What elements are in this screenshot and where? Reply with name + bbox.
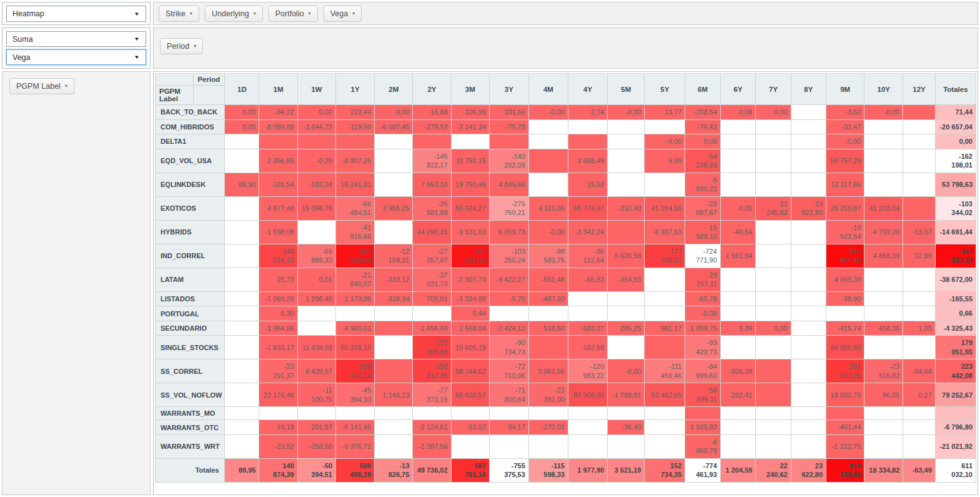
value-cell[interactable] <box>528 434 568 458</box>
value-cell[interactable] <box>645 336 685 359</box>
value-cell[interactable] <box>791 220 826 244</box>
value-cell[interactable] <box>791 306 826 321</box>
value-cell[interactable] <box>489 407 528 420</box>
value-cell[interactable]: -487,20 <box>528 291 568 306</box>
value-cell[interactable] <box>864 134 903 149</box>
value-cell[interactable]: -21 846,07 <box>335 268 374 291</box>
value-cell[interactable]: -0,08 <box>685 306 721 321</box>
value-cell[interactable]: 19,19 <box>259 420 297 435</box>
value-cell[interactable] <box>791 336 826 359</box>
filter-field-button-strike[interactable]: Strike▾ <box>159 6 199 22</box>
value-cell[interactable]: -1 833,17 <box>259 336 297 359</box>
totals-cell[interactable]: 22 240,62 <box>756 458 791 482</box>
totals-cell[interactable]: -115 598,33 <box>528 458 568 482</box>
value-cell[interactable] <box>791 173 826 196</box>
value-cell[interactable] <box>225 321 259 336</box>
value-cell[interactable] <box>791 105 826 120</box>
value-cell[interactable] <box>413 407 451 420</box>
row-total-cell[interactable]: -14 691,44 <box>935 220 976 244</box>
totals-cell[interactable]: 152 734,35 <box>645 458 685 482</box>
value-cell[interactable]: 420 907,46 <box>826 244 864 268</box>
value-cell[interactable]: -683,37 <box>568 321 607 336</box>
value-cell[interactable]: 58 744,62 <box>451 359 489 383</box>
value-cell[interactable]: -66 484,51 <box>335 196 374 220</box>
value-cell[interactable]: -724 771,90 <box>685 244 721 268</box>
value-cell[interactable] <box>568 134 607 149</box>
totals-cell[interactable]: 1 977,90 <box>568 458 607 482</box>
value-cell[interactable]: 58 899,11 <box>685 383 721 407</box>
value-cell[interactable]: 4 568,38 <box>826 268 864 291</box>
value-cell[interactable]: -23 391,00 <box>528 383 568 407</box>
value-cell[interactable] <box>375 420 413 435</box>
value-cell[interactable] <box>608 220 645 244</box>
totals-cell[interactable]: -774 461,93 <box>685 458 721 482</box>
value-cell[interactable] <box>756 383 791 407</box>
value-cell[interactable]: -4 759,20 <box>864 220 903 244</box>
value-cell[interactable] <box>864 119 903 134</box>
value-cell[interactable] <box>756 359 791 383</box>
totals-cell[interactable]: 818 159,66 <box>826 458 864 482</box>
row-total-cell[interactable]: 79 252,67 <box>935 383 976 407</box>
value-cell[interactable]: 44 290,31 <box>413 220 451 244</box>
value-cell[interactable] <box>645 119 685 134</box>
value-cell[interactable] <box>225 359 259 383</box>
value-cell[interactable]: -0,00 <box>864 105 903 120</box>
value-cell[interactable]: -8 907,25 <box>335 149 374 173</box>
value-cell[interactable] <box>720 336 756 359</box>
row-total-cell[interactable]: -21 021,92 <box>935 434 976 458</box>
value-cell[interactable] <box>756 306 791 321</box>
value-cell[interactable] <box>756 149 791 173</box>
value-cell[interactable]: 50 757,29 <box>826 149 864 173</box>
row-total-cell[interactable]: -103 344,02 <box>935 196 976 220</box>
value-cell[interactable]: 981,17 <box>645 321 685 336</box>
value-cell[interactable] <box>826 407 864 420</box>
value-cell[interactable] <box>645 173 685 196</box>
value-cell[interactable] <box>720 173 756 196</box>
value-cell[interactable]: -23 516,82 <box>864 359 903 383</box>
value-cell[interactable] <box>791 420 826 435</box>
row-total-cell[interactable]: -20 657,04 <box>935 119 976 134</box>
value-cell[interactable]: -8 089,88 <box>259 119 297 134</box>
value-cell[interactable] <box>903 134 935 149</box>
grand-total-cell[interactable]: 611 032,10 <box>935 458 976 482</box>
value-cell[interactable] <box>864 434 903 458</box>
value-cell[interactable] <box>528 306 568 321</box>
value-cell[interactable]: 152 817,45 <box>413 359 451 383</box>
value-cell[interactable] <box>297 134 335 149</box>
value-cell[interactable]: -34,22 <box>259 105 297 120</box>
value-cell[interactable]: 0,00 <box>720 196 756 220</box>
value-cell[interactable] <box>451 407 489 420</box>
value-cell[interactable]: 0,05 <box>225 119 259 134</box>
value-cell[interactable]: 3 955,25 <box>375 196 413 220</box>
value-cell[interactable]: 0,27 <box>903 383 935 407</box>
value-cell[interactable]: -354,93 <box>608 268 645 291</box>
value-cell[interactable]: 238 479,16 <box>335 359 374 383</box>
value-cell[interactable]: 5,39 <box>720 321 756 336</box>
totals-cell[interactable]: 3 521,19 <box>608 458 645 482</box>
value-cell[interactable]: 1 296,46 <box>297 291 335 306</box>
value-cell[interactable]: -3 342,24 <box>568 220 607 244</box>
value-cell[interactable] <box>791 244 826 268</box>
value-cell[interactable] <box>720 119 756 134</box>
value-cell[interactable] <box>791 134 826 149</box>
value-cell[interactable]: -1 598,08 <box>259 220 297 244</box>
value-cell[interactable]: -0,00 <box>645 134 685 149</box>
value-cell[interactable]: -64,64 <box>903 359 935 383</box>
value-cell[interactable]: 15,63 <box>568 173 607 196</box>
value-cell[interactable]: 5 626,58 <box>608 244 645 268</box>
row-total-cell[interactable]: -165,55 <box>935 291 976 306</box>
measure-select[interactable]: Vega ▼ <box>6 49 146 65</box>
value-cell[interactable] <box>413 134 451 149</box>
value-cell[interactable]: -65,78 <box>685 291 721 306</box>
value-cell[interactable] <box>903 336 935 359</box>
value-cell[interactable] <box>375 220 413 244</box>
value-cell[interactable]: 12,89 <box>903 244 935 268</box>
row-total-cell[interactable]: -6 796,80 <box>935 420 976 435</box>
aggregation-select[interactable]: Suma ▼ <box>6 31 146 47</box>
value-cell[interactable] <box>791 291 826 306</box>
value-cell[interactable]: 9,99 <box>645 149 685 173</box>
value-cell[interactable]: 0,08 <box>720 105 756 120</box>
value-cell[interactable]: 23 622,80 <box>791 196 826 220</box>
value-cell[interactable] <box>375 321 413 336</box>
value-cell[interactable]: -76,43 <box>685 119 721 134</box>
